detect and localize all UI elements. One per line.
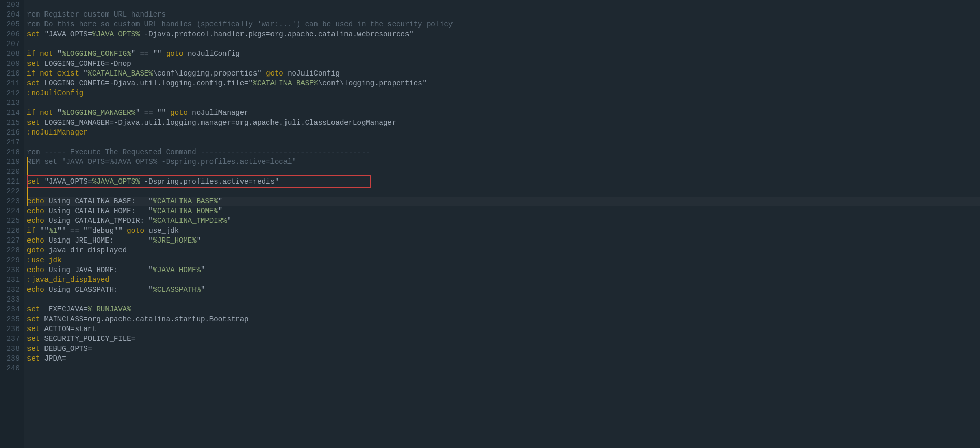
code-token: set — [27, 79, 40, 87]
code-token: set — [27, 177, 40, 186]
line-number: 212 — [2, 88, 20, 98]
code-line[interactable]: set LOGGING_CONFIG=-Djava.util.logging.c… — [27, 79, 980, 88]
code-token: set — [27, 354, 40, 363]
code-token: %CATALINA_HOME% — [153, 207, 218, 215]
code-line[interactable]: set ACTION=start — [27, 324, 980, 334]
line-number: 216 — [2, 128, 20, 138]
code-line[interactable]: echo Using CATALINA_BASE: "%CATALINA_BAS… — [27, 197, 980, 206]
code-line[interactable]: echo Using CATALINA_TMPDIR: "%CATALINA_T… — [27, 216, 980, 226]
code-token: Using JAVA_HOME: — [44, 266, 149, 274]
code-token: == — [135, 50, 153, 58]
change-marker — [27, 177, 28, 187]
line-number: 206 — [2, 29, 20, 39]
line-number: 227 — [2, 236, 20, 246]
code-line[interactable]: set LOGGING_MANAGER=-Djava.util.logging.… — [27, 118, 980, 128]
code-line[interactable]: echo Using CLASSPATH: "%CLASSPATH%" — [27, 285, 980, 295]
code-token: "" — [57, 227, 66, 235]
code-token: " — [57, 109, 62, 117]
code-line[interactable] — [27, 364, 980, 374]
code-token: " — [148, 197, 153, 205]
code-line[interactable]: set SECURITY_POLICY_FILE= — [27, 334, 980, 344]
code-token: :use_jdk — [27, 256, 62, 264]
code-line[interactable]: set "JAVA_OPTS=%JAVA_OPTS% -Dspring.prof… — [27, 177, 980, 187]
line-number: 238 — [2, 344, 20, 354]
code-line[interactable]: if not "%LOGGING_CONFIG%" == "" goto noJ… — [27, 49, 980, 59]
code-token: echo — [27, 266, 44, 274]
code-token — [53, 109, 57, 117]
code-line[interactable] — [27, 295, 980, 305]
code-token: Using JRE_HOME: — [44, 236, 149, 245]
code-token: REM set "JAVA_OPTS=%JAVA_OPTS% -Dspring.… — [27, 158, 296, 166]
line-number: 205 — [2, 20, 20, 29]
code-token: noJuliConfig — [184, 50, 240, 58]
line-number: 215 — [2, 118, 20, 128]
code-token: " — [201, 286, 205, 294]
code-token: set — [27, 315, 40, 323]
code-line[interactable]: if not exist "%CATALINA_BASE%\conf\loggi… — [27, 69, 980, 79]
code-line[interactable]: set DEBUG_OPTS= — [27, 344, 980, 354]
code-line[interactable]: if not "%LOGGING_MANAGER%" == "" goto no… — [27, 108, 980, 118]
code-line[interactable]: set "JAVA_OPTS=%JAVA_OPTS% -Djava.protoc… — [27, 29, 980, 39]
code-token: %LOGGING_MANAGER% — [62, 109, 135, 117]
code-line[interactable]: echo Using JRE_HOME: "%JRE_HOME%" — [27, 236, 980, 246]
code-token: set — [27, 118, 40, 127]
code-line[interactable] — [27, 98, 980, 108]
code-line[interactable]: rem Do this here so custom URL handles (… — [27, 20, 980, 29]
code-line[interactable]: :noJuliManager — [27, 128, 980, 138]
code-token: echo — [27, 286, 44, 294]
code-line[interactable] — [27, 167, 980, 177]
code-token: " — [57, 50, 62, 58]
code-line[interactable] — [27, 39, 980, 49]
code-line[interactable]: :use_jdk — [27, 256, 980, 265]
code-token: %1 — [49, 227, 57, 235]
code-area[interactable]: rem Register custom URL handlersrem Do t… — [24, 0, 980, 448]
code-token: MAINCLASS=org.apache.catalina.startup.Bo… — [40, 315, 248, 323]
code-token — [40, 177, 44, 186]
code-token: \conf\logging.properties" — [153, 69, 262, 78]
code-line[interactable]: echo Using JAVA_HOME: "%JAVA_HOME%" — [27, 265, 980, 275]
line-number: 221 — [2, 177, 20, 187]
code-line[interactable]: set LOGGING_CONFIG=-Dnop — [27, 59, 980, 69]
code-token: Using CATALINA_HOME: — [44, 207, 149, 215]
code-token: " — [197, 236, 201, 245]
code-line[interactable]: set _EXECJAVA=%_RUNJAVA% — [27, 305, 980, 315]
code-line[interactable]: echo Using CATALINA_HOME: "%CATALINA_HOM… — [27, 206, 980, 216]
code-token: "" — [40, 227, 49, 235]
code-line[interactable]: rem Register custom URL handlers — [27, 10, 980, 20]
code-line[interactable]: if ""%1"" == ""debug"" goto use_jdk — [27, 226, 980, 236]
line-number: 232 — [2, 285, 20, 295]
code-line[interactable]: set JPDA= — [27, 354, 980, 364]
code-token: -Dspring.profiles.active=redis" — [140, 177, 279, 186]
line-number: 228 — [2, 246, 20, 256]
code-token: if not — [27, 50, 53, 58]
code-token: goto — [27, 246, 44, 255]
code-token: goto — [266, 69, 283, 78]
code-token: "" — [157, 109, 166, 117]
code-token: JPDA= — [40, 354, 66, 363]
code-token — [40, 30, 44, 38]
code-token: %LOGGING_CONFIG% — [62, 50, 131, 58]
code-token: "JAVA_OPTS= — [44, 30, 92, 38]
line-number: 211 — [2, 79, 20, 88]
code-line[interactable] — [27, 0, 980, 10]
code-token: ACTION=start — [40, 325, 96, 333]
code-line[interactable]: set MAINCLASS=org.apache.catalina.startu… — [27, 315, 980, 324]
code-token: goto — [166, 50, 184, 58]
code-token: echo — [27, 207, 44, 215]
code-line[interactable]: rem ----- Execute The Requested Command … — [27, 147, 980, 157]
code-line[interactable] — [27, 138, 980, 147]
code-line[interactable]: REM set "JAVA_OPTS=%JAVA_OPTS% -Dspring.… — [27, 157, 980, 167]
code-line[interactable] — [27, 187, 980, 197]
code-line[interactable]: :noJuliConfig — [27, 88, 980, 98]
code-line[interactable]: :java_dir_displayed — [27, 275, 980, 285]
code-token: use_jdk — [144, 227, 179, 235]
line-number: 210 — [2, 69, 20, 79]
code-token — [79, 69, 83, 78]
code-editor[interactable]: 2032042052062072082092102112122132142152… — [0, 0, 980, 448]
code-token: ""debug"" — [83, 227, 123, 235]
code-token — [36, 227, 40, 235]
code-line[interactable]: goto java_dir_displayed — [27, 246, 980, 256]
line-number: 240 — [2, 364, 20, 374]
change-marker — [27, 157, 28, 167]
line-number: 235 — [2, 315, 20, 324]
